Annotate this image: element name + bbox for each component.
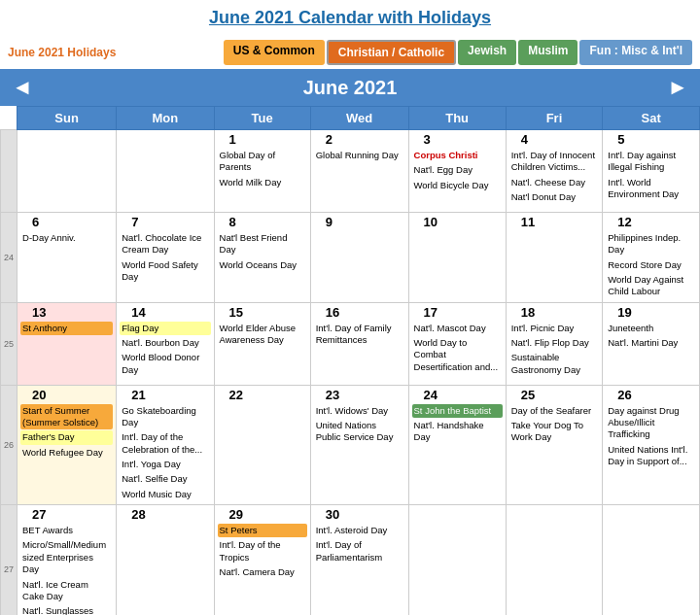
tab-group: US & CommonChristian / CatholicJewishMus…: [224, 40, 692, 65]
calendar-event: Micro/Small/Medium sized Enterprises Day: [20, 538, 113, 576]
calendar-event: World Blood Donor Day: [120, 351, 210, 377]
calendar-cell: 10: [408, 213, 506, 303]
calendar-event: United Nations Public Service Day: [314, 419, 405, 445]
calendar-cell: 12Philippines Indep. DayRecord Store Day…: [603, 213, 700, 303]
calendar-event: United Nations Int'l. Day in Support of.…: [606, 443, 696, 469]
calendar-cell: 5Int'l. Day against Illegal FishingInt'l…: [603, 130, 700, 213]
calendar-event: St Anthony: [20, 322, 113, 335]
day-header-wed: Wed: [310, 107, 408, 130]
calendar-cell: 23Int'l. Widows' DayUnited Nations Publi…: [310, 385, 408, 504]
week-number-2: 25: [1, 302, 18, 385]
calendar-cell: [506, 505, 603, 615]
calendar-cell: WinCalendar: [603, 505, 700, 615]
calendar-cell: 11: [506, 213, 603, 303]
calendar-cell: 29St PetersInt'l. Day of the TropicsNat'…: [214, 505, 310, 615]
next-month-button[interactable]: ►: [667, 75, 688, 100]
day-number: 28: [120, 507, 210, 522]
day-number: 29: [218, 507, 307, 522]
calendar-event: Nat'l. Egg Day: [412, 163, 503, 177]
week-number-3: 26: [1, 385, 18, 504]
day-number: 13: [20, 305, 113, 320]
day-number: 16: [314, 305, 405, 320]
calendar-event: World Food Safety Day: [120, 258, 210, 285]
calendar-cell: 14Flag DayNat'l. Bourbon DayWorld Blood …: [117, 302, 214, 385]
day-number: 3: [412, 132, 503, 147]
day-number: 17: [412, 305, 503, 320]
calendar-event: Int'l. Day of Parliamentarism: [314, 538, 405, 564]
month-title: June 2021: [303, 77, 398, 99]
calendar-event: Nat'l. Camera Day: [218, 565, 307, 579]
calendar-event: Juneteenth: [606, 322, 696, 335]
calendar-event: Flag Day: [120, 322, 210, 335]
calendar-event: World Refugee Day: [20, 446, 113, 460]
calendar-event: Nat'l. Sunglasses Day: [20, 604, 113, 615]
calendar-event: Int'l. Yoga Day: [120, 458, 210, 471]
page-title: June 2021 Calendar with Holidays: [0, 0, 700, 36]
day-header-mon: Mon: [117, 107, 214, 130]
day-header-tue: Tue: [214, 107, 310, 130]
tab-us[interactable]: US & Common: [224, 40, 325, 65]
day-number: 26: [606, 388, 696, 402]
calendar-cell: 25Day of the SeafarerTake Your Dog To Wo…: [506, 385, 603, 504]
day-number: 18: [509, 305, 600, 320]
tab-christian[interactable]: Christian / Catholic: [327, 40, 456, 65]
calendar-event: Nat'l. Handshake Day: [412, 419, 503, 445]
day-number: 22: [218, 388, 307, 402]
calendar-event: Int'l. Day against Illegal Fishing: [606, 149, 696, 175]
calendar-cell: 26Day against Drug Abuse/Illicit Traffic…: [603, 385, 700, 504]
calendar-cell: 17Nat'l. Mascot DayWorld Day to Combat D…: [408, 302, 506, 385]
day-number: 25: [509, 388, 600, 402]
prev-month-button[interactable]: ◄: [12, 75, 33, 100]
day-number: 21: [120, 388, 210, 402]
calendar-cell: 16Int'l. Day of Family Remittances: [310, 302, 408, 385]
calendar-cell: [117, 130, 214, 213]
day-number: 4: [509, 132, 600, 147]
top-bar: June 2021 Holidays US & CommonChristian …: [0, 36, 700, 69]
day-header-thu: Thu: [408, 107, 506, 130]
calendar-cell: 21Go Skateboarding DayInt'l. Day of the …: [117, 385, 214, 504]
calendar-event: St Peters: [218, 524, 307, 537]
calendar-event: Nat'l. Ice Cream Cake Day: [20, 578, 113, 604]
calendar-cell: 13St Anthony: [18, 302, 117, 385]
day-number: 12: [606, 215, 696, 229]
calendar-cell: 24St John the BaptistNat'l. Handshake Da…: [408, 385, 506, 504]
tab-muslim[interactable]: Muslim: [518, 40, 578, 65]
week-number-1: 24: [1, 213, 18, 303]
day-number: 2: [314, 132, 405, 147]
calendar-event: Day against Drug Abuse/Illicit Trafficki…: [606, 404, 696, 442]
calendar-cell: 7Nat'l. Chocolate Ice Cream DayWorld Foo…: [117, 213, 214, 303]
calendar-event: World Bicycle Day: [412, 179, 503, 192]
calendar-event: Global Day of Parents: [218, 149, 307, 175]
day-header-sun: Sun: [18, 107, 117, 130]
calendar-header: ◄ June 2021 ►: [0, 69, 700, 106]
calendar-event: Corpus Christi: [412, 149, 503, 162]
calendar-cell: 27BET AwardsMicro/Small/Medium sized Ent…: [18, 505, 117, 615]
calendar-cell: 30Int'l. Asteroid DayInt'l. Day of Parli…: [310, 505, 408, 615]
day-number: 14: [120, 305, 210, 320]
calendar-cell: 3Corpus ChristiNat'l. Egg DayWorld Bicyc…: [408, 130, 506, 213]
calendar-event: Nat'l Donut Day: [509, 190, 600, 204]
calendar-event: St John the Baptist: [412, 404, 503, 418]
day-number: 23: [314, 388, 405, 402]
calendar-cell: 6D-Day Anniv.: [18, 213, 117, 303]
week-number-0: [1, 130, 18, 213]
calendar-event: Sustainable Gastronomy Day: [509, 351, 600, 377]
calendar-cell: [408, 505, 506, 615]
calendar-event: Nat'l. Mascot Day: [412, 322, 503, 335]
calendar-cell: 20Start of Summer (Summer Solstice)Fathe…: [18, 385, 117, 504]
day-number: 24: [412, 388, 503, 402]
calendar-event: Nat'l. Chocolate Ice Cream Day: [120, 231, 210, 257]
calendar-event: Philippines Indep. Day: [606, 231, 696, 257]
calendar-event: Nat'l. Selfie Day: [120, 472, 210, 486]
tab-fun[interactable]: Fun : Misc & Int'l: [579, 40, 692, 65]
day-number: 6: [20, 215, 113, 229]
calendar-cell: 4Int'l. Day of Innocent Children Victims…: [506, 130, 603, 213]
day-number: 7: [120, 215, 210, 229]
calendar-event: Nat'l. Martini Day: [606, 336, 696, 350]
tab-jewish[interactable]: Jewish: [458, 40, 516, 65]
calendar-event: World Milk Day: [218, 176, 307, 189]
holidays-label: June 2021 Holidays: [8, 46, 116, 59]
calendar-event: Start of Summer (Summer Solstice): [20, 404, 113, 430]
calendar-event: Day of the Seafarer: [509, 404, 600, 418]
calendar-event: Int'l. Picnic Day: [509, 322, 600, 335]
